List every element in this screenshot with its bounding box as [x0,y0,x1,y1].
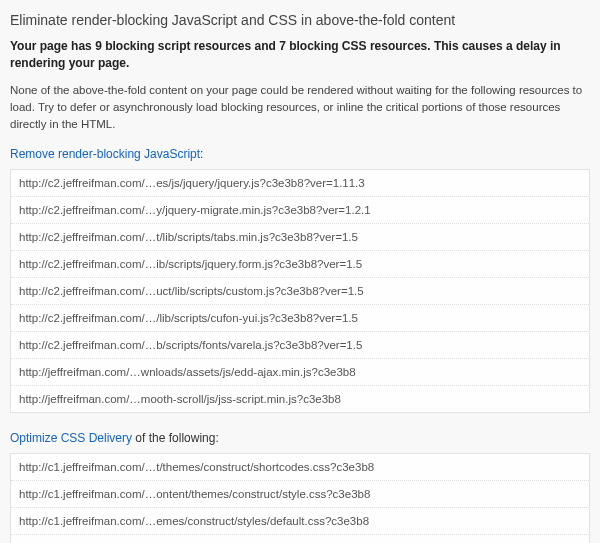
list-item: http://jeffreifman.com/…wnloads/assets/j… [11,359,589,386]
rule-summary: Your page has 9 blocking script resource… [10,38,590,82]
list-item: http://c1.jeffreifman.com/…t/themes/cons… [11,454,589,481]
list-item: http://c2.jeffreifman.com/…ib/scripts/jq… [11,251,589,278]
list-item: http://c2.jeffreifman.com/…uct/lib/scrip… [11,278,589,305]
list-item: http://c1.jeffreifman.com/…emes/construc… [11,508,589,535]
list-item: http://c2.jeffreifman.com/…b/scripts/fon… [11,332,589,359]
css-section-tail: of the following: [132,431,219,445]
list-item: http://c2.jeffreifman.com/…/lib/scripts/… [11,305,589,332]
js-resource-list: http://c2.jeffreifman.com/…es/js/jquery/… [10,169,590,413]
js-section-tail: : [200,147,203,161]
list-item: http://c2.jeffreifman.com/…es/js/jquery/… [11,170,589,197]
css-section-label: Optimize CSS Delivery of the following: [10,427,590,453]
js-section-label: Remove render-blocking JavaScript: [10,143,590,169]
remove-js-link[interactable]: Remove render-blocking JavaScript [10,147,200,161]
list-item: http://c2.jeffreifman.com/…y/jquery-migr… [11,197,589,224]
list-item: http://c1.jeffreifman.com/…photo/css/pre… [11,535,589,543]
css-resource-list: http://c1.jeffreifman.com/…t/themes/cons… [10,453,590,543]
rule-description: None of the above-the-fold content on yo… [10,82,590,144]
rule-title: Eliminate render-blocking JavaScript and… [10,8,590,38]
optimize-css-link[interactable]: Optimize CSS Delivery [10,431,132,445]
list-item: http://jeffreifman.com/…mooth-scroll/js/… [11,386,589,412]
list-item: http://c2.jeffreifman.com/…t/lib/scripts… [11,224,589,251]
list-item: http://c1.jeffreifman.com/…ontent/themes… [11,481,589,508]
